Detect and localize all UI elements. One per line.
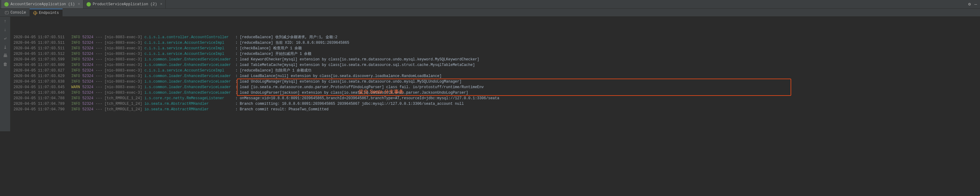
tab-endpoints-label: Endpoints xyxy=(39,11,59,15)
spring-boot-icon xyxy=(86,2,91,6)
gear-icon[interactable]: ⚙ xyxy=(966,2,973,7)
run-tab-label: ProductServiceApplication (2) xyxy=(93,2,157,6)
print-icon[interactable]: 🖶 xyxy=(2,53,8,59)
run-tab-account-service[interactable]: AccountServiceApplication (1) × xyxy=(1,0,83,8)
hide-icon[interactable]: — xyxy=(973,2,979,7)
down-arrow-icon[interactable]: ↓ xyxy=(2,27,8,33)
log-row: 2020-04-05 11:07:03.629 INFO 52324 --- [… xyxy=(14,73,980,79)
log-row: 2020-04-05 11:07:03.511 INFO 52324 --- [… xyxy=(14,40,980,46)
log-row: 2020-04-05 11:07:03.599 INFO 52324 --- [… xyxy=(14,57,980,62)
log-row: 2020-04-05 11:07:03.511 INFO 52324 --- [… xyxy=(14,35,980,40)
up-arrow-icon[interactable]: ↑ xyxy=(2,19,8,24)
log-row: 2020-04-05 11:07:03.600 INFO 52324 --- [… xyxy=(14,62,980,68)
log-row: 2020-04-05 11:07:03.638 INFO 52324 --- [… xyxy=(14,79,980,84)
endpoints-icon xyxy=(33,11,37,15)
log-row: 2020-04-05 11:07:03.646 INFO 52324 --- [… xyxy=(14,90,980,96)
log-row: 2020-04-05 11:07:04.790 INFO 52324 --- [… xyxy=(14,107,980,112)
log-row: 2020-04-05 11:07:03.511 INFO 52324 --- [… xyxy=(14,46,980,51)
gutter-toolbar: ↑ ↓ ⤶ ⤓ 🖶 🗑 xyxy=(0,17,11,131)
console-icon xyxy=(5,11,9,14)
tab-console[interactable]: Console xyxy=(1,9,30,16)
log-row: 2020-04-05 11:07:03.512 INFO 52324 --- [… xyxy=(14,51,980,57)
spring-boot-icon xyxy=(4,2,9,6)
run-tab-bar: AccountServiceApplication (1) × ProductS… xyxy=(0,0,980,9)
run-tab-label: AccountServiceApplication (1) xyxy=(11,2,75,6)
log-row: 2020-04-05 11:07:04.788 INFO 52324 --- [… xyxy=(14,96,980,101)
console-output[interactable]: 2020-04-05 11:07:03.511 INFO 52324 --- [… xyxy=(11,17,980,131)
close-icon[interactable]: × xyxy=(78,2,80,6)
tool-subtab-bar: Console Endpoints xyxy=(0,9,980,17)
run-tab-product-service[interactable]: ProductServiceApplication (2) × xyxy=(83,0,166,8)
log-row: 2020-04-05 11:07:03.645 WARN 52324 --- [… xyxy=(14,84,980,90)
close-icon[interactable]: × xyxy=(160,2,162,6)
tab-console-label: Console xyxy=(11,11,26,15)
scroll-to-end-icon[interactable]: ⤓ xyxy=(2,45,8,50)
log-row: 2020-04-05 11:07:03.627 INFO 52324 --- [… xyxy=(14,68,980,73)
log-row: 2020-04-05 11:07:04.789 INFO 52324 --- [… xyxy=(14,101,980,107)
soft-wrap-icon[interactable]: ⤶ xyxy=(2,36,8,41)
tab-endpoints[interactable]: Endpoints xyxy=(30,9,62,16)
main-area: ↑ ↓ ⤶ ⤓ 🖶 🗑 2020-04-05 11:07:03.511 INFO… xyxy=(0,17,980,131)
trash-icon[interactable]: 🗑 xyxy=(2,62,8,67)
